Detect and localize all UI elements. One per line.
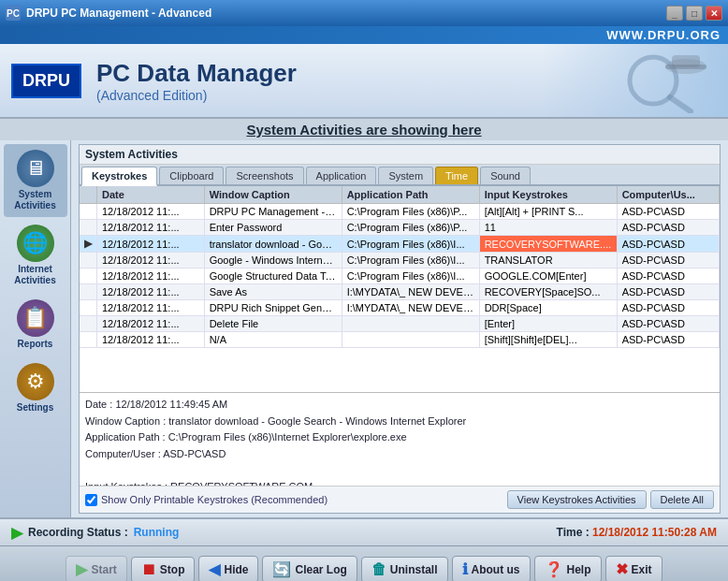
cell-keystrokes: DDR[Space] — [479, 300, 617, 316]
watermark-text: WWW.DRPU.ORG — [606, 28, 721, 42]
sidebar-item-reports-label: Reports — [18, 339, 53, 350]
row-arrow — [80, 300, 97, 316]
activities-panel: System Activities Keystrokes Clipboard S… — [79, 144, 721, 514]
drpu-logo: DRPU — [11, 64, 81, 98]
keystrokes-table: Date Window Caption Application Path Inp… — [80, 186, 720, 348]
title-bar: PC DRPU PC Management - Advanced _ □ ✕ — [0, 0, 728, 26]
sidebar-item-system-activities[interactable]: 🖥 SystemActivities — [4, 144, 67, 217]
table-row[interactable]: 12/18/2012 11:...Delete File[Enter]ASD-P… — [80, 316, 720, 332]
close-button[interactable]: ✕ — [706, 6, 722, 21]
content-area: System Activities Keystrokes Clipboard S… — [71, 140, 728, 517]
detail-line4: Computer/User : ASD-PC\ASD — [85, 446, 714, 463]
printable-checkbox-label[interactable]: Show Only Printable Keystrokes (Recommen… — [85, 494, 328, 506]
cell-date: 12/18/2012 11:... — [97, 300, 205, 316]
col-apppath[interactable]: Application Path — [342, 186, 479, 204]
cell-date: 12/18/2012 11:... — [97, 316, 205, 332]
help-button[interactable]: ❓ Help — [534, 556, 602, 581]
cell-computer: ASD-PC\ASD — [617, 332, 719, 348]
row-arrow — [80, 204, 97, 220]
sidebar-item-reports[interactable]: 📋 Reports — [4, 294, 67, 356]
sidebar-item-internet-label: InternetActivities — [14, 264, 55, 286]
window-title: DRPU PC Management - Advanced — [26, 7, 211, 20]
tab-time[interactable]: Time — [435, 167, 478, 184]
table-row[interactable]: 12/18/2012 11:...DRPU Rich Snippet Gener… — [80, 300, 720, 316]
cell-apppath: C:\Program Files (x86)\I... — [342, 269, 479, 284]
internet-activities-icon: 🌐 — [17, 225, 54, 262]
table-row[interactable]: 12/18/2012 11:...Save AsI:\MYDATA\_ NEW … — [80, 284, 720, 300]
minimize-button[interactable]: _ — [666, 6, 683, 21]
view-keystrokes-button[interactable]: View Keystrokes Activities — [507, 490, 647, 509]
about-us-button[interactable]: ℹ About us — [452, 556, 531, 581]
cell-caption: Delete File — [204, 316, 342, 332]
cell-apppath — [342, 316, 479, 332]
action-buttons: View Keystrokes Activities Delete All — [507, 490, 714, 509]
cell-caption: N/A — [204, 332, 342, 348]
row-arrow — [80, 284, 97, 300]
cell-apppath — [342, 332, 479, 348]
time-prefix: Time : — [557, 526, 590, 539]
cell-computer: ASD-PC\ASD — [617, 284, 719, 300]
col-caption[interactable]: Window Caption — [204, 186, 342, 204]
tab-screenshots[interactable]: Screenshots — [226, 167, 303, 184]
col-keystrokes[interactable]: Input Keystrokes — [479, 186, 617, 204]
tab-application[interactable]: Application — [306, 167, 377, 184]
start-button[interactable]: ▶ Start — [66, 556, 126, 581]
svg-line-1 — [670, 97, 691, 111]
hide-button[interactable]: ◀ Hide — [198, 556, 258, 581]
sidebar-item-settings[interactable]: ⚙ Settings — [4, 357, 67, 419]
cell-keystrokes: RECOVERY[Space]SO... — [479, 284, 617, 300]
table-row[interactable]: 12/18/2012 11:...DRPU PC Management - A.… — [80, 204, 720, 220]
help-label: Help — [567, 563, 591, 576]
stop-button[interactable]: ⏹ Stop — [131, 557, 196, 582]
clear-log-button[interactable]: 🔄 Clear Log — [262, 556, 357, 581]
system-activities-icon: 🖥 — [17, 150, 54, 187]
tab-system[interactable]: System — [378, 167, 433, 184]
row-arrow: ▶ — [80, 236, 97, 253]
cell-keystrokes: [Shift][Shift]e[DEL]... — [479, 332, 617, 348]
main-content: 🖥 SystemActivities 🌐 InternetActivities … — [0, 140, 728, 517]
table-row[interactable]: 12/18/2012 11:...N/A[Shift][Shift]e[DEL]… — [80, 332, 720, 348]
detail-line3: Application Path : C:\Program Files (x86… — [85, 429, 714, 446]
about-icon: ℹ — [462, 560, 468, 578]
col-date[interactable]: Date — [97, 186, 205, 204]
table-container[interactable]: Date Window Caption Application Path Inp… — [80, 186, 720, 392]
sidebar: 🖥 SystemActivities 🌐 InternetActivities … — [0, 140, 71, 517]
cell-computer: ASD-PC\ASD — [617, 236, 719, 253]
help-icon: ❓ — [545, 560, 563, 578]
cell-computer: ASD-PC\ASD — [617, 220, 719, 236]
printable-checkbox[interactable] — [85, 494, 97, 506]
table-row[interactable]: 12/18/2012 11:...Google Structured Data … — [80, 269, 720, 284]
hide-label: Hide — [224, 563, 248, 576]
table-row[interactable]: 12/18/2012 11:...Enter PasswordC:\Progra… — [80, 220, 720, 236]
activities-panel-title: System Activities — [80, 145, 720, 165]
uninstall-button[interactable]: 🗑 Uninstall — [361, 557, 448, 582]
cell-date: 12/18/2012 11:... — [97, 332, 205, 348]
tab-clipboard[interactable]: Clipboard — [159, 167, 224, 184]
cell-caption: Google - Windows Internet ... — [204, 253, 342, 269]
exit-label: Exit — [632, 563, 652, 576]
start-label: Start — [91, 563, 116, 576]
play-icon: ▶ — [11, 524, 22, 542]
maximize-button[interactable]: □ — [686, 6, 703, 21]
settings-icon: ⚙ — [17, 363, 54, 400]
page-heading-bar: System Activities are showing here — [0, 119, 728, 140]
col-computer[interactable]: Computer\Us... — [617, 186, 719, 204]
magnifier-graphic — [606, 48, 719, 113]
col-arrow — [80, 186, 97, 204]
tab-sound[interactable]: Sound — [480, 167, 531, 184]
exit-button[interactable]: ✖ Exit — [605, 556, 662, 581]
cell-date: 12/18/2012 11:... — [97, 220, 205, 236]
sidebar-item-internet-activities[interactable]: 🌐 InternetActivities — [4, 219, 67, 292]
tab-keystrokes[interactable]: Keystrokes — [81, 167, 157, 186]
cell-apppath: C:\Program Files (x86)\P... — [342, 204, 479, 220]
table-row[interactable]: 12/18/2012 11:...Google - Windows Intern… — [80, 253, 720, 269]
detail-line2: Window Caption : translator download - G… — [85, 414, 714, 430]
delete-all-button[interactable]: Delete All — [650, 490, 714, 509]
cell-caption: Save As — [204, 284, 342, 300]
checkbox-label-text: Show Only Printable Keystrokes (Recommen… — [101, 494, 328, 505]
header-graphic — [541, 44, 728, 117]
table-row[interactable]: ▶12/18/2012 11:...translator download - … — [80, 236, 720, 253]
cell-apppath: C:\Program Files (x86)\I... — [342, 236, 479, 253]
cell-apppath: C:\Program Files (x86)\P... — [342, 220, 479, 236]
clear-log-icon: 🔄 — [272, 560, 291, 578]
